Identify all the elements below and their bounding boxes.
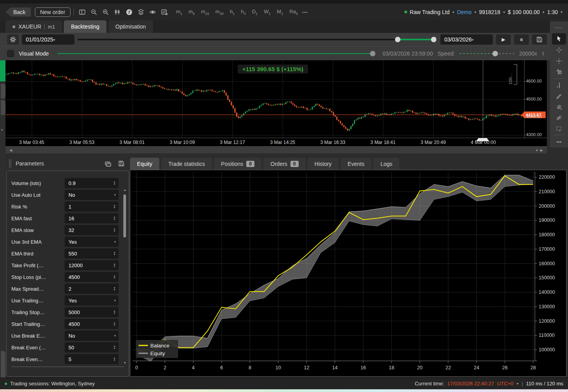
- price-chart-plot[interactable]: +115 390.65 $ (+115%) 100…: [5, 60, 524, 138]
- timeframe-m5[interactable]: m5: [186, 8, 198, 16]
- timeframe-m30[interactable]: m30: [213, 8, 226, 16]
- step-down-icon[interactable]: [113, 359, 116, 361]
- timeframe-Ra5[interactable]: Ra5: [287, 8, 301, 16]
- backtest-settings-button[interactable]: [7, 34, 19, 45]
- param-stepper[interactable]: 550: [65, 248, 119, 259]
- timezone-select[interactable]: UTC+0: [497, 381, 514, 387]
- tab-instrument[interactable]: XAUEUR m1: [5, 20, 62, 33]
- param-select[interactable]: No: [65, 331, 119, 341]
- collapsed-panel-tab[interactable]: [1, 100, 5, 115]
- param-select[interactable]: Yes: [65, 237, 119, 247]
- step-down-icon[interactable]: [113, 230, 116, 232]
- param-stepper[interactable]: 1: [65, 201, 119, 212]
- price-axis-x[interactable]: 3 Mar 03:453 Mar 05:533 Mar 08:013 Mar 1…: [5, 138, 547, 146]
- stepper-arrows[interactable]: [113, 251, 116, 256]
- pointer-tool[interactable]: [552, 33, 566, 45]
- visual-mode-checkbox[interactable]: [7, 50, 14, 57]
- param-select[interactable]: Yes: [65, 295, 119, 306]
- crosshair-sync-tool[interactable]: [552, 56, 566, 67]
- param-stepper[interactable]: 0.9: [65, 178, 119, 188]
- parameters-scrollbar[interactable]: [123, 188, 127, 365]
- results-tab-orders[interactable]: Orders0: [263, 158, 305, 170]
- scrollbar-thumb[interactable]: [123, 194, 126, 237]
- results-tab-trade-statistics[interactable]: Trade statistics: [161, 158, 212, 170]
- chevron-down-icon[interactable]: [516, 381, 518, 386]
- range-handle-right[interactable]: [431, 37, 436, 42]
- step-down-icon[interactable]: [113, 254, 116, 256]
- collapsed-panel-tab[interactable]: [1, 84, 5, 99]
- date-range-slider[interactable]: [78, 37, 437, 42]
- equity-chartbox[interactable]: 1000001100001200001300001400001500001600…: [130, 170, 566, 377]
- playback-progress[interactable]: [58, 51, 374, 56]
- crosshair-tool[interactable]: [552, 45, 566, 56]
- scroll-down-icon[interactable]: [123, 361, 126, 365]
- price-axis-y[interactable]: 4413.67 4600.004500.004400.004300.00: [524, 60, 547, 138]
- speed-handle[interactable]: [492, 51, 498, 56]
- param-stepper[interactable]: 2: [65, 284, 119, 294]
- stepper-arrows[interactable]: [113, 357, 116, 361]
- visibility-eye-icon[interactable]: [148, 7, 158, 17]
- account-info[interactable]: Raw Trading Ltd • Demo • 9918218 • $ 100…: [404, 9, 563, 15]
- stepper-arrows[interactable]: [113, 181, 116, 185]
- tab-backtesting[interactable]: Backtesting: [64, 20, 106, 33]
- drag-handle[interactable]: [9, 159, 12, 168]
- range-handle-left[interactable]: [395, 37, 400, 42]
- load-parameters-icon[interactable]: [103, 160, 113, 167]
- stepper-arrows[interactable]: [113, 275, 116, 279]
- param-stepper[interactable]: 50: [65, 342, 119, 352]
- step-down-icon[interactable]: [113, 207, 116, 209]
- new-order-button[interactable]: New order: [35, 7, 70, 17]
- fibonacci-tool[interactable]: [552, 112, 566, 123]
- stepper-arrows[interactable]: [113, 286, 116, 291]
- play-button[interactable]: [496, 34, 511, 45]
- stop-button[interactable]: [514, 34, 529, 45]
- timeframe-W1[interactable]: W1: [261, 8, 273, 16]
- object-layers-icon[interactable]: [136, 7, 146, 17]
- vertical-line-tool[interactable]: [552, 80, 566, 91]
- results-tab-events[interactable]: Events: [341, 158, 371, 170]
- rail-grip[interactable]: [552, 22, 566, 33]
- chart-settings-icon[interactable]: [159, 7, 169, 17]
- param-stepper[interactable]: 5: [65, 354, 119, 364]
- stepper-arrows[interactable]: [113, 216, 116, 221]
- account-type-link[interactable]: Demo: [457, 9, 471, 15]
- timeframe-h1[interactable]: h1: [227, 8, 237, 16]
- step-down-icon[interactable]: [113, 183, 116, 185]
- speed-slider[interactable]: [460, 51, 514, 56]
- back-button[interactable]: Back: [5, 7, 31, 17]
- chart-type-candles-icon[interactable]: [112, 7, 123, 17]
- timeframe-M1[interactable]: M1: [274, 8, 286, 16]
- results-tab-positions[interactable]: Positions0: [214, 158, 262, 170]
- step-down-icon[interactable]: [113, 277, 116, 279]
- step-down-icon[interactable]: [113, 289, 116, 291]
- speed-stepper[interactable]: [542, 51, 545, 56]
- zoom-in-icon[interactable]: [101, 7, 111, 17]
- indicators-icon[interactable]: f: [124, 7, 134, 17]
- scroll-up-icon[interactable]: [123, 188, 126, 192]
- stepper-arrows[interactable]: [113, 310, 116, 315]
- param-stepper[interactable]: 32: [65, 225, 119, 235]
- step-down-icon[interactable]: [113, 312, 116, 315]
- indicator-objects-tool[interactable]: E: [552, 101, 566, 112]
- playback-handle[interactable]: [370, 51, 375, 56]
- save-backtest-button[interactable]: [532, 34, 547, 45]
- draw-tool[interactable]: [552, 91, 566, 102]
- timeframe-h4[interactable]: h4: [238, 8, 248, 16]
- chevron-down-icon[interactable]: [561, 10, 563, 14]
- zoom-out-icon[interactable]: [89, 7, 99, 17]
- scroll-left-icon[interactable]: [9, 148, 12, 152]
- stepper-arrows[interactable]: [113, 204, 116, 209]
- chart-scrollbar[interactable]: [5, 146, 547, 153]
- param-stepper[interactable]: 4500: [65, 319, 119, 329]
- step-down-icon[interactable]: [113, 218, 116, 221]
- results-tab-history[interactable]: History: [308, 158, 339, 170]
- scroll-right-icon[interactable]: [540, 148, 543, 152]
- timeframe-m15[interactable]: m15: [198, 8, 212, 16]
- step-down-icon[interactable]: [113, 265, 116, 268]
- pattern-tool[interactable]: F: [552, 123, 566, 134]
- stepper-arrows[interactable]: [113, 345, 116, 350]
- param-stepper[interactable]: 4500: [65, 272, 119, 282]
- results-tab-equity[interactable]: Equity: [130, 158, 159, 170]
- param-stepper[interactable]: 12000: [65, 260, 119, 270]
- more-tools[interactable]: [552, 137, 566, 147]
